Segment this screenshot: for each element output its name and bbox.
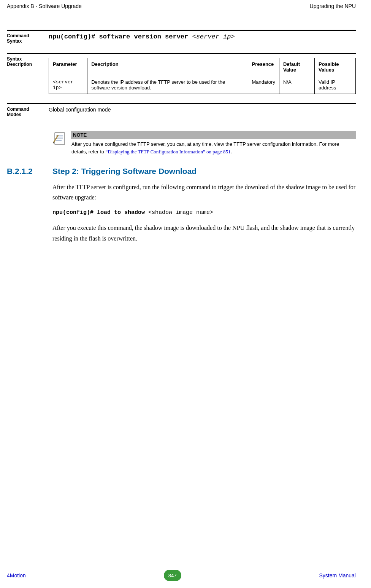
- command-syntax-prefix: npu(config)# software version server: [49, 33, 192, 40]
- td-presence: Mandatory: [248, 76, 279, 94]
- th-parameter: Parameter: [49, 58, 87, 76]
- th-presence: Presence: [248, 58, 279, 76]
- command-line-param: <shadow image name>: [148, 209, 213, 216]
- syntax-description-label: Syntax Description: [7, 56, 46, 94]
- td-description: Denotes the IP address of the TFTP serve…: [87, 76, 248, 94]
- syntax-description-block: Syntax Description Parameter Description…: [7, 53, 356, 94]
- command-syntax-content: npu(config)# software version server <se…: [46, 33, 356, 44]
- th-possible: Possible Values: [315, 58, 356, 76]
- th-description: Description: [87, 58, 248, 76]
- table-row: <server ip> Denotes the IP address of th…: [49, 76, 356, 94]
- header-right-text: Upgrading the NPU: [310, 3, 356, 9]
- note-body: NOTE After you have configured the TFTP …: [71, 131, 356, 157]
- note-link[interactable]: “Displaying the TFTP Configuration Infor…: [106, 149, 231, 155]
- th-default: Default Value: [279, 58, 314, 76]
- note-suffix: .: [231, 149, 232, 155]
- note-icon: [52, 131, 68, 146]
- td-possible: Valid IP address: [315, 76, 356, 94]
- command-modes-block: Command Modes Global configuration mode: [7, 103, 356, 117]
- syntax-description-content: Parameter Description Presence Default V…: [46, 56, 356, 94]
- command-syntax-block: Command Syntax npu(config)# software ver…: [7, 30, 356, 44]
- table-header-row: Parameter Description Presence Default V…: [49, 58, 356, 76]
- page-number-badge: 847: [164, 570, 181, 581]
- header-left-text: Appendix B - Software Upgrade: [7, 3, 82, 9]
- command-line: npu(config)# load to shadow <shadow imag…: [52, 209, 356, 216]
- section-title: Step 2: Triggering Software Download: [52, 167, 197, 176]
- footer-left: 4Motion: [7, 572, 26, 578]
- footer-right: System Manual: [319, 572, 356, 578]
- page-content: Command Syntax npu(config)# software ver…: [0, 11, 371, 244]
- command-modes-label: Command Modes: [7, 107, 46, 117]
- command-syntax-label: Command Syntax: [7, 33, 46, 44]
- command-syntax-param: <server ip>: [192, 33, 235, 40]
- note-header: NOTE: [71, 131, 356, 139]
- section-number: B.2.1.2: [7, 167, 52, 176]
- page-header: Appendix B - Software Upgrade Upgrading …: [0, 0, 371, 11]
- td-parameter: <server ip>: [49, 76, 87, 94]
- body-paragraph-1: After the TFTP server is configured, run…: [52, 182, 356, 202]
- syntax-table: Parameter Description Presence Default V…: [49, 58, 356, 94]
- td-default: N/A: [279, 76, 314, 94]
- body-paragraph-2: After you execute this command, the shad…: [52, 223, 356, 243]
- command-syntax-text: npu(config)# software version server <se…: [49, 33, 235, 40]
- command-modes-text: Global configuration mode: [46, 107, 356, 117]
- command-line-bold: npu(config)# load to shadow: [52, 209, 148, 216]
- page-footer: 4Motion 847 System Manual: [0, 570, 371, 581]
- section-heading: B.2.1.2 Step 2: Triggering Software Down…: [7, 167, 356, 176]
- note-block: NOTE After you have configured the TFTP …: [52, 131, 356, 157]
- note-text: After you have configured the TFTP serve…: [71, 139, 356, 157]
